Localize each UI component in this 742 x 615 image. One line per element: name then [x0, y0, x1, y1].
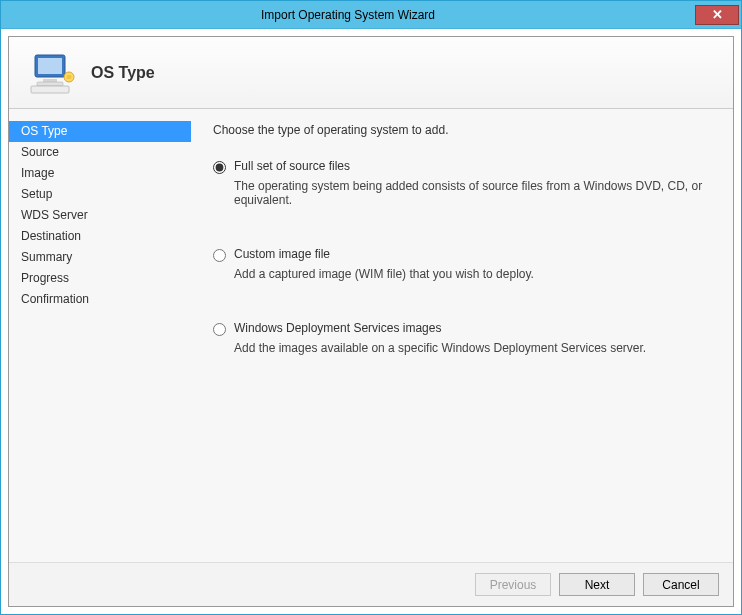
- instruction-text: Choose the type of operating system to a…: [213, 123, 715, 137]
- sidebar-item-image[interactable]: Image: [9, 163, 191, 184]
- option-text: Full set of source files The operating s…: [234, 159, 715, 207]
- option-label: Custom image file: [234, 247, 715, 261]
- previous-button: Previous: [475, 573, 551, 596]
- radio-wds-images[interactable]: [213, 323, 226, 336]
- sidebar-item-label: Summary: [21, 250, 72, 264]
- option-label: Full set of source files: [234, 159, 715, 173]
- svg-rect-4: [31, 86, 69, 93]
- next-button[interactable]: Next: [559, 573, 635, 596]
- window-title: Import Operating System Wizard: [1, 8, 695, 22]
- cancel-button[interactable]: Cancel: [643, 573, 719, 596]
- option-text: Custom image file Add a captured image (…: [234, 247, 715, 281]
- sidebar-item-destination[interactable]: Destination: [9, 226, 191, 247]
- sidebar-item-label: WDS Server: [21, 208, 88, 222]
- wizard-body: OS Type Source Image Setup WDS Server De…: [9, 109, 733, 562]
- sidebar-item-label: Setup: [21, 187, 52, 201]
- close-button[interactable]: ✕: [695, 5, 739, 25]
- sidebar-item-label: Image: [21, 166, 54, 180]
- sidebar-item-progress[interactable]: Progress: [9, 268, 191, 289]
- sidebar-item-wds-server[interactable]: WDS Server: [9, 205, 191, 226]
- sidebar-item-label: Source: [21, 145, 59, 159]
- sidebar-item-confirmation[interactable]: Confirmation: [9, 289, 191, 310]
- svg-rect-2: [43, 79, 57, 82]
- page-title: OS Type: [91, 64, 155, 82]
- svg-rect-6: [67, 75, 72, 79]
- wizard-window: Import Operating System Wizard ✕ OS Type: [0, 0, 742, 615]
- wizard-footer: Previous Next Cancel: [9, 562, 733, 606]
- sidebar-item-label: Progress: [21, 271, 69, 285]
- radio-custom-image[interactable]: [213, 249, 226, 262]
- titlebar: Import Operating System Wizard ✕: [1, 1, 741, 29]
- svg-rect-1: [38, 58, 62, 74]
- sidebar-item-label: Confirmation: [21, 292, 89, 306]
- close-icon: ✕: [712, 7, 723, 22]
- svg-rect-3: [37, 82, 63, 86]
- wizard-inner: OS Type OS Type Source Image Setup WDS S…: [8, 36, 734, 607]
- sidebar: OS Type Source Image Setup WDS Server De…: [9, 109, 191, 562]
- option-full-source[interactable]: Full set of source files The operating s…: [213, 159, 715, 207]
- sidebar-item-summary[interactable]: Summary: [9, 247, 191, 268]
- option-description: The operating system being added consist…: [234, 179, 715, 207]
- sidebar-item-setup[interactable]: Setup: [9, 184, 191, 205]
- option-wds-images[interactable]: Windows Deployment Services images Add t…: [213, 321, 715, 355]
- sidebar-item-os-type[interactable]: OS Type: [9, 121, 191, 142]
- option-description: Add a captured image (WIM file) that you…: [234, 267, 715, 281]
- option-label: Windows Deployment Services images: [234, 321, 715, 335]
- option-custom-image[interactable]: Custom image file Add a captured image (…: [213, 247, 715, 281]
- computer-icon: [29, 51, 75, 95]
- radio-full-source[interactable]: [213, 161, 226, 174]
- sidebar-item-label: Destination: [21, 229, 81, 243]
- option-description: Add the images available on a specific W…: [234, 341, 715, 355]
- content-pane: Choose the type of operating system to a…: [191, 109, 733, 562]
- wizard-header: OS Type: [9, 37, 733, 109]
- sidebar-item-label: OS Type: [21, 124, 67, 138]
- option-text: Windows Deployment Services images Add t…: [234, 321, 715, 355]
- sidebar-item-source[interactable]: Source: [9, 142, 191, 163]
